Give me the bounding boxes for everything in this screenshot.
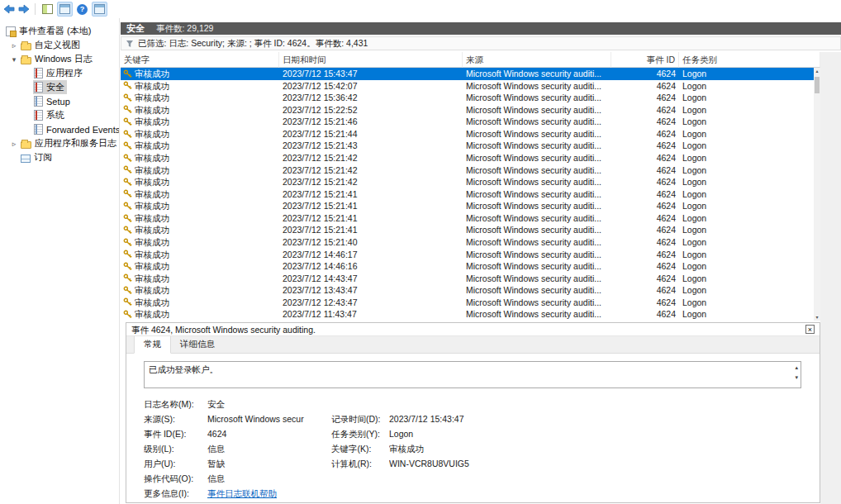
event-row[interactable]: 审核成功2023/7/12 15:21:44Microsoft Windows … bbox=[121, 128, 814, 140]
event-id-cell: 4624 bbox=[611, 308, 679, 320]
event-id-cell: 4624 bbox=[611, 188, 679, 200]
event-row[interactable]: 审核成功2023/7/12 14:46:16Microsoft Windows … bbox=[121, 260, 814, 273]
key-icon bbox=[123, 154, 132, 163]
event-row[interactable]: 审核成功2023/7/12 15:43:47Microsoft Windows … bbox=[121, 68, 814, 80]
tree-item[interactable]: 系统 bbox=[0, 108, 119, 122]
event-keywords-cell: 审核成功 bbox=[121, 224, 279, 235]
event-row[interactable]: 审核成功2023/7/12 15:42:07Microsoft Windows … bbox=[121, 80, 814, 93]
event-source-cell: Microsoft Windows security auditi... bbox=[463, 249, 611, 260]
column-header-keywords[interactable]: 关键字 bbox=[121, 52, 279, 68]
tree-item-content: 事件查看器 (本地) bbox=[5, 24, 93, 38]
scroll-up-icon[interactable]: ▴ bbox=[814, 68, 820, 74]
event-keywords-cell: 审核成功 bbox=[121, 152, 279, 164]
keywords-text: 审核成功 bbox=[135, 236, 169, 248]
event-row[interactable]: 审核成功2023/7/12 15:22:52Microsoft Windows … bbox=[121, 104, 814, 116]
key-icon bbox=[123, 297, 132, 307]
tree-item[interactable]: Setup bbox=[0, 94, 119, 108]
event-task-category-cell: Logon bbox=[679, 176, 814, 188]
tree-item[interactable]: ▹应用程序和服务日志 bbox=[0, 136, 119, 150]
event-id-cell: 4624 bbox=[611, 297, 679, 308]
field-value-empty bbox=[389, 473, 820, 483]
keywords-text: 审核成功 bbox=[135, 164, 169, 176]
event-row[interactable]: 审核成功2023/7/12 15:21:41Microsoft Windows … bbox=[121, 212, 814, 225]
event-task-category-cell: Logon bbox=[679, 273, 814, 284]
column-header-datetime[interactable]: 日期和时间 bbox=[279, 52, 463, 68]
event-keywords-cell: 审核成功 bbox=[121, 212, 279, 224]
event-row[interactable]: 审核成功2023/7/12 13:43:47Microsoft Windows … bbox=[121, 284, 814, 297]
event-keywords-cell: 审核成功 bbox=[121, 104, 279, 116]
key-icon bbox=[123, 238, 132, 247]
event-row[interactable]: 审核成功2023/7/12 15:21:43Microsoft Windows … bbox=[121, 140, 814, 152]
tree-item-content: Windows 日志 bbox=[20, 52, 95, 66]
event-list-scrollbar[interactable]: ▴ ▾ bbox=[814, 68, 820, 321]
tree-item-content: 订阅 bbox=[20, 150, 55, 164]
tree-item-content: Setup bbox=[33, 95, 73, 107]
question-mark-icon: ? bbox=[77, 4, 88, 15]
tab-general[interactable]: 常规 bbox=[134, 335, 171, 354]
event-row[interactable]: 审核成功2023/7/12 14:46:17Microsoft Windows … bbox=[121, 248, 814, 260]
tree-item[interactable]: 订阅 bbox=[0, 150, 119, 164]
event-row[interactable]: 审核成功2023/7/12 14:43:47Microsoft Windows … bbox=[121, 273, 814, 285]
scroll-down-icon[interactable]: ▾ bbox=[795, 374, 798, 381]
event-task-category-cell: Logon bbox=[679, 152, 814, 164]
event-keywords-cell: 审核成功 bbox=[121, 92, 279, 103]
column-header-event-id[interactable]: 事件 ID bbox=[611, 52, 679, 68]
tree-item[interactable]: ▹自定义视图 bbox=[0, 38, 119, 52]
scrollbar-thumb[interactable] bbox=[815, 77, 820, 93]
event-row[interactable]: 审核成功2023/7/12 15:36:42Microsoft Windows … bbox=[121, 92, 814, 104]
expander-expanded-icon[interactable]: ▾ bbox=[8, 55, 20, 64]
tree-item[interactable]: Forwarded Events bbox=[0, 122, 119, 136]
event-task-category-cell: Logon bbox=[679, 164, 814, 176]
event-task-category-cell: Logon bbox=[679, 128, 814, 140]
event-id-cell: 4624 bbox=[611, 152, 679, 164]
forward-icon[interactable] bbox=[17, 3, 31, 15]
field-label: 任务类别(Y): bbox=[331, 429, 389, 439]
key-icon bbox=[123, 250, 132, 259]
properties-icon[interactable] bbox=[57, 2, 73, 17]
event-row[interactable]: 审核成功2023/7/12 15:21:46Microsoft Windows … bbox=[121, 116, 814, 128]
show-console-tree-icon[interactable] bbox=[40, 2, 55, 17]
field-value-empty bbox=[389, 488, 820, 498]
expander-collapsed-icon[interactable]: ▹ bbox=[8, 140, 20, 148]
event-row[interactable]: 审核成功2023/7/12 15:21:41Microsoft Windows … bbox=[121, 188, 814, 201]
field-value: WIN-VCR8U8VUIG5 bbox=[389, 459, 820, 468]
event-source-cell: Microsoft Windows security auditi... bbox=[463, 212, 611, 224]
column-header-task-category[interactable]: 任务类别 bbox=[679, 52, 820, 68]
show-action-pane-icon[interactable] bbox=[92, 2, 107, 17]
help-icon[interactable]: ? bbox=[74, 2, 90, 17]
tree-item[interactable]: 事件查看器 (本地) bbox=[0, 24, 119, 38]
log-title-bar: 安全 事件数: 29,129 bbox=[121, 22, 841, 35]
event-row[interactable]: 审核成功2023/7/12 15:21:41Microsoft Windows … bbox=[121, 200, 814, 212]
event-row[interactable]: 审核成功2023/7/12 15:21:40Microsoft Windows … bbox=[121, 236, 814, 249]
expander-collapsed-icon[interactable]: ▹ bbox=[8, 41, 20, 50]
event-row[interactable]: 审核成功2023/7/12 15:21:41Microsoft Windows … bbox=[121, 224, 814, 236]
back-icon[interactable] bbox=[2, 3, 16, 15]
tree-item[interactable]: 应用程序 bbox=[0, 66, 119, 80]
tree-item[interactable]: 安全 bbox=[0, 80, 119, 94]
log-colored-icon bbox=[34, 110, 43, 121]
folder-special-icon bbox=[21, 141, 31, 149]
tab-details[interactable]: 详细信息 bbox=[171, 336, 224, 353]
event-row[interactable]: 审核成功2023/7/12 15:21:42Microsoft Windows … bbox=[121, 152, 814, 164]
tree-item[interactable]: ▾Windows 日志 bbox=[0, 52, 119, 66]
event-source-cell: Microsoft Windows security auditi... bbox=[463, 164, 611, 176]
detail-body: 已成功登录帐户。 ▴ ▾ 日志名称(M):安全来源(S):Microsoft W… bbox=[126, 354, 820, 498]
scroll-down-icon[interactable]: ▾ bbox=[814, 314, 820, 321]
close-icon[interactable]: × bbox=[805, 325, 815, 334]
event-row[interactable]: 审核成功2023/7/12 15:21:42Microsoft Windows … bbox=[121, 164, 814, 177]
event-description-box[interactable]: 已成功登录帐户。 ▴ ▾ bbox=[144, 361, 801, 388]
field-label: 级别(L): bbox=[144, 444, 207, 454]
filter-funnel-icon bbox=[126, 40, 134, 48]
key-icon bbox=[123, 262, 132, 271]
more-info-link[interactable]: 事件日志联机帮助 bbox=[207, 488, 331, 498]
column-header-source[interactable]: 来源 bbox=[463, 52, 611, 68]
event-row[interactable]: 审核成功2023/7/12 11:43:47Microsoft Windows … bbox=[121, 308, 814, 321]
event-source-cell: Microsoft Windows security auditi... bbox=[463, 260, 611, 272]
scroll-up-icon[interactable]: ▴ bbox=[795, 364, 798, 371]
keywords-text: 审核成功 bbox=[135, 128, 169, 140]
field-label: 操作代码(O): bbox=[144, 473, 207, 483]
event-row[interactable]: 审核成功2023/7/12 15:21:42Microsoft Windows … bbox=[121, 176, 814, 188]
event-task-category-cell: Logon bbox=[679, 212, 814, 224]
event-row[interactable]: 审核成功2023/7/12 12:43:47Microsoft Windows … bbox=[121, 297, 814, 309]
tree-item-label: 应用程序和服务日志 bbox=[35, 137, 116, 150]
